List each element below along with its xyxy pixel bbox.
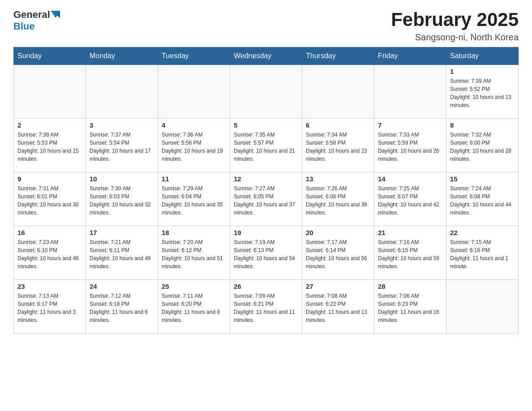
calendar-cell: 11Sunrise: 7:29 AM Sunset: 6:04 PM Dayli… [158, 172, 230, 226]
day-info: Sunrise: 7:23 AM Sunset: 6:10 PM Dayligh… [17, 238, 82, 270]
day-number: 18 [162, 229, 226, 236]
month-title: February 2025 [391, 9, 519, 30]
calendar-cell: 12Sunrise: 7:27 AM Sunset: 6:05 PM Dayli… [230, 172, 302, 226]
calendar-cell: 7Sunrise: 7:33 AM Sunset: 5:59 PM Daylig… [374, 119, 446, 172]
calendar-day-header: Saturday [446, 47, 519, 65]
day-number: 26 [234, 283, 298, 290]
calendar-cell [86, 65, 158, 119]
day-info: Sunrise: 7:17 AM Sunset: 6:14 PM Dayligh… [306, 238, 370, 270]
calendar-cell [230, 65, 302, 119]
calendar-cell: 2Sunrise: 7:38 AM Sunset: 5:53 PM Daylig… [14, 119, 86, 172]
day-number: 2 [17, 121, 82, 129]
calendar-cell: 27Sunrise: 7:08 AM Sunset: 6:22 PM Dayli… [302, 280, 374, 334]
day-number: 11 [162, 175, 226, 183]
day-info: Sunrise: 7:20 AM Sunset: 6:12 PM Dayligh… [162, 238, 226, 270]
day-info: Sunrise: 7:39 AM Sunset: 5:52 PM Dayligh… [450, 77, 515, 109]
day-info: Sunrise: 7:16 AM Sunset: 6:15 PM Dayligh… [378, 238, 442, 270]
day-number: 5 [234, 121, 298, 129]
day-info: Sunrise: 7:19 AM Sunset: 6:13 PM Dayligh… [234, 238, 298, 270]
calendar-cell: 1Sunrise: 7:39 AM Sunset: 5:52 PM Daylig… [446, 65, 519, 119]
day-info: Sunrise: 7:27 AM Sunset: 6:05 PM Dayligh… [234, 184, 298, 217]
day-info: Sunrise: 7:09 AM Sunset: 6:21 PM Dayligh… [234, 292, 298, 324]
day-info: Sunrise: 7:31 AM Sunset: 6:01 PM Dayligh… [17, 184, 82, 217]
calendar-day-header: Friday [374, 47, 446, 65]
calendar-cell: 6Sunrise: 7:34 AM Sunset: 5:58 PM Daylig… [302, 119, 374, 172]
day-number: 4 [162, 121, 226, 129]
logo-blue-text: Blue [13, 21, 35, 32]
calendar-week-row: 23Sunrise: 7:13 AM Sunset: 6:17 PM Dayli… [14, 280, 519, 334]
day-number: 28 [378, 283, 442, 290]
day-number: 8 [450, 121, 515, 129]
calendar-cell: 8Sunrise: 7:32 AM Sunset: 6:00 PM Daylig… [446, 119, 519, 172]
day-info: Sunrise: 7:08 AM Sunset: 6:22 PM Dayligh… [306, 292, 370, 324]
logo: General Blue [13, 9, 60, 32]
calendar-week-row: 9Sunrise: 7:31 AM Sunset: 6:01 PM Daylig… [14, 172, 519, 226]
calendar-cell: 21Sunrise: 7:16 AM Sunset: 6:15 PM Dayli… [374, 226, 446, 280]
calendar-cell: 14Sunrise: 7:25 AM Sunset: 6:07 PM Dayli… [374, 172, 446, 226]
day-info: Sunrise: 7:24 AM Sunset: 6:08 PM Dayligh… [450, 184, 515, 217]
day-number: 17 [90, 229, 154, 236]
day-info: Sunrise: 7:30 AM Sunset: 6:03 PM Dayligh… [90, 184, 154, 217]
day-number: 19 [234, 229, 298, 236]
day-info: Sunrise: 7:25 AM Sunset: 6:07 PM Dayligh… [378, 184, 442, 217]
day-number: 23 [17, 283, 82, 290]
day-info: Sunrise: 7:29 AM Sunset: 6:04 PM Dayligh… [162, 184, 226, 217]
day-number: 16 [17, 229, 82, 236]
day-number: 9 [17, 175, 82, 183]
day-number: 25 [162, 283, 226, 290]
calendar-cell: 5Sunrise: 7:35 AM Sunset: 5:57 PM Daylig… [230, 119, 302, 172]
calendar-cell: 24Sunrise: 7:12 AM Sunset: 6:18 PM Dayli… [86, 280, 158, 334]
day-info: Sunrise: 7:06 AM Sunset: 6:23 PM Dayligh… [378, 292, 442, 324]
calendar-cell: 4Sunrise: 7:36 AM Sunset: 5:56 PM Daylig… [158, 119, 230, 172]
calendar-header-row: SundayMondayTuesdayWednesdayThursdayFrid… [14, 47, 519, 65]
calendar-day-header: Tuesday [158, 47, 230, 65]
calendar-table: SundayMondayTuesdayWednesdayThursdayFrid… [13, 47, 519, 334]
calendar-cell: 22Sunrise: 7:15 AM Sunset: 6:16 PM Dayli… [446, 226, 519, 280]
day-number: 14 [378, 175, 442, 183]
day-number: 10 [90, 175, 154, 183]
calendar-cell [374, 65, 446, 119]
calendar-week-row: 1Sunrise: 7:39 AM Sunset: 5:52 PM Daylig… [14, 65, 519, 119]
day-info: Sunrise: 7:13 AM Sunset: 6:17 PM Dayligh… [17, 292, 82, 324]
day-info: Sunrise: 7:34 AM Sunset: 5:58 PM Dayligh… [306, 131, 370, 163]
calendar-cell: 9Sunrise: 7:31 AM Sunset: 6:01 PM Daylig… [14, 172, 86, 226]
day-number: 20 [306, 229, 370, 236]
day-info: Sunrise: 7:12 AM Sunset: 6:18 PM Dayligh… [90, 292, 154, 324]
calendar-cell: 26Sunrise: 7:09 AM Sunset: 6:21 PM Dayli… [230, 280, 302, 334]
calendar-cell: 17Sunrise: 7:21 AM Sunset: 6:11 PM Dayli… [86, 226, 158, 280]
day-info: Sunrise: 7:37 AM Sunset: 5:54 PM Dayligh… [90, 131, 154, 163]
calendar-cell: 19Sunrise: 7:19 AM Sunset: 6:13 PM Dayli… [230, 226, 302, 280]
day-info: Sunrise: 7:35 AM Sunset: 5:57 PM Dayligh… [234, 131, 298, 163]
day-number: 13 [306, 175, 370, 183]
page-header: General Blue February 2025 Sangsong-ni, … [13, 9, 519, 43]
calendar-cell: 18Sunrise: 7:20 AM Sunset: 6:12 PM Dayli… [158, 226, 230, 280]
calendar-cell: 13Sunrise: 7:26 AM Sunset: 6:06 PM Dayli… [302, 172, 374, 226]
day-number: 7 [378, 121, 442, 129]
calendar-cell: 10Sunrise: 7:30 AM Sunset: 6:03 PM Dayli… [86, 172, 158, 226]
calendar-cell: 15Sunrise: 7:24 AM Sunset: 6:08 PM Dayli… [446, 172, 519, 226]
calendar-day-header: Monday [86, 47, 158, 65]
day-info: Sunrise: 7:21 AM Sunset: 6:11 PM Dayligh… [90, 238, 154, 270]
day-number: 15 [450, 175, 515, 183]
logo-general-text: General [13, 9, 50, 21]
calendar-cell: 28Sunrise: 7:06 AM Sunset: 6:23 PM Dayli… [374, 280, 446, 334]
calendar-cell: 16Sunrise: 7:23 AM Sunset: 6:10 PM Dayli… [14, 226, 86, 280]
day-number: 27 [306, 283, 370, 290]
day-info: Sunrise: 7:11 AM Sunset: 6:20 PM Dayligh… [162, 292, 226, 324]
calendar-day-header: Wednesday [230, 47, 302, 65]
calendar-cell [158, 65, 230, 119]
logo-triangle-icon [51, 11, 60, 20]
location-title: Sangsong-ni, North Korea [391, 32, 519, 43]
day-number: 21 [378, 229, 442, 236]
calendar-cell [14, 65, 86, 119]
day-info: Sunrise: 7:38 AM Sunset: 5:53 PM Dayligh… [17, 131, 82, 163]
calendar-cell: 20Sunrise: 7:17 AM Sunset: 6:14 PM Dayli… [302, 226, 374, 280]
title-section: February 2025 Sangsong-ni, North Korea [391, 9, 519, 43]
day-info: Sunrise: 7:33 AM Sunset: 5:59 PM Dayligh… [378, 131, 442, 163]
day-number: 6 [306, 121, 370, 129]
calendar-cell: 3Sunrise: 7:37 AM Sunset: 5:54 PM Daylig… [86, 119, 158, 172]
day-number: 24 [90, 283, 154, 290]
calendar-cell [446, 280, 519, 334]
day-number: 22 [450, 229, 515, 236]
calendar-day-header: Thursday [302, 47, 374, 65]
